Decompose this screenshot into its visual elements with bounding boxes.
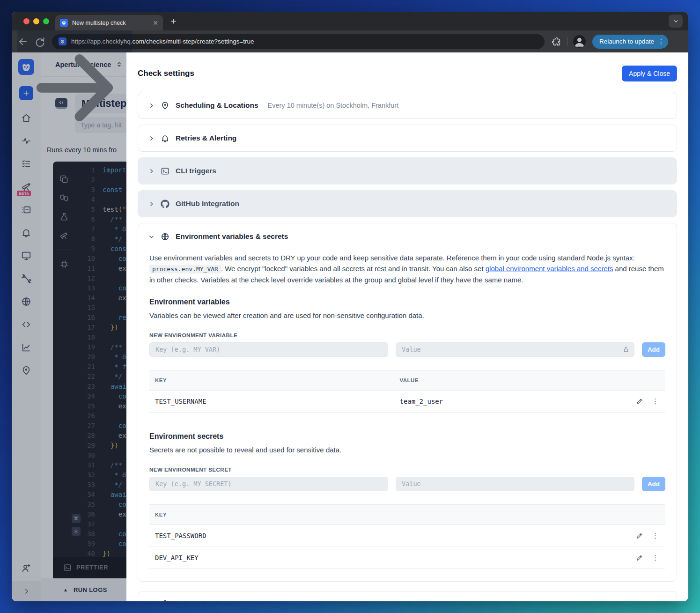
close-window-button[interactable] [23,18,29,24]
chevron-right-icon [148,201,155,207]
column-header-value: VALUE [399,377,419,383]
bell-icon [161,134,169,143]
chevron-down-icon [148,234,155,240]
section-scheduling-locations[interactable]: Scheduling & Locations Every 10 minute(s… [138,92,677,119]
section-title: CLI triggers [176,167,216,175]
new-env-variable-label: NEW ENVIRONMENT VARIABLE [149,332,665,338]
chevron-right-icon [148,103,155,109]
section-github-integration[interactable]: GitHub Integration [138,190,677,217]
code-chip: process.env.MY_VAR [149,265,221,273]
chevron-right-icon [148,168,155,174]
env-secrets-subtext: Secrets are not possible to reveal and u… [149,446,665,454]
delete-check-label: Delete check [176,599,220,601]
maximize-window-button[interactable] [43,18,49,24]
secret-key: DEV_API_KEY [149,554,399,561]
relaunch-label: Relaunch to update [599,38,654,45]
forward-button[interactable] [17,30,132,52]
add-variable-button[interactable]: Add [642,342,665,357]
new-env-secret-label: NEW ENVIRONMENT SECRET [149,467,665,473]
profile-avatar[interactable] [573,35,586,48]
tab-title: New multistep check [72,20,148,26]
section-env-variables: Environment variables & secrets Use envi… [138,223,677,582]
table-row: DEV_API_KEY ⋮ [149,547,665,569]
variables-rows: TEST_USERNAME team_2_user ⋮ [149,391,665,413]
window-controls [23,18,49,24]
lock-open-icon[interactable] [622,346,630,353]
env-desc-text: Use environment variables and secrets to… [149,254,635,262]
browser-menu-icon[interactable]: ⋮ [658,38,664,45]
secrets-rows: TEST_PASSWORD ⋮ [149,525,665,569]
table-row: TEST_USERNAME team_2_user ⋮ [149,391,665,413]
section-summary: Every 10 minute(s) on Stockholm, Frankfu… [268,102,399,109]
env-secrets-heading: Environment secrets [149,432,665,441]
env-desc-text: . We encrypt "locked" variables and all … [221,265,486,273]
secret-key-input[interactable] [149,477,388,491]
browser-window: New multistep check ✕ https://app.checkl… [12,12,688,601]
browser-tab[interactable]: New multistep check ✕ [55,15,163,30]
location-pin-icon [161,101,169,110]
tab-strip: New multistep check ✕ [12,12,688,30]
column-header-key: KEY [149,377,399,383]
table-row: TEST_PASSWORD ⋮ [149,525,665,547]
trash-icon [161,599,169,601]
github-icon [161,199,169,208]
env-variables-heading: Environment variables [149,298,665,306]
variable-key-input[interactable] [149,342,388,357]
edit-pencil-icon[interactable] [636,398,643,405]
globe-icon [161,232,169,241]
page-title: Check settings [138,69,194,78]
add-secret-button[interactable]: Add [642,477,665,491]
extensions-icon[interactable] [551,37,561,47]
toolbar-divider [567,37,567,46]
tab-search-button[interactable] [669,15,683,28]
chevron-right-icon [148,135,155,141]
variable-value: team_2_user [399,398,636,405]
new-tab-button[interactable] [169,17,177,25]
minimize-window-button[interactable] [33,18,39,24]
tab-close-icon[interactable]: ✕ [153,20,158,26]
app-content: BETA [12,52,688,601]
section-title: GitHub Integration [176,199,239,208]
secrets-table: KEY TEST_PASSWORD [149,504,665,569]
variable-value-input[interactable] [396,342,634,357]
env-description: Use environment variables and secrets to… [149,252,665,285]
secret-value-input[interactable] [396,477,634,491]
chevron-right-icon [148,600,155,601]
column-header-key: KEY [149,512,399,517]
edit-pencil-icon[interactable] [636,532,643,539]
section-title: Scheduling & Locations [176,101,258,110]
secret-key: TEST_PASSWORD [149,532,399,539]
section-cli-triggers[interactable]: CLI triggers [138,157,677,185]
checkly-favicon [60,19,68,27]
browser-toolbar: https://app.checklyhq.com/checks/multi-s… [12,30,688,52]
cli-terminal-icon [161,167,169,176]
row-menu-icon[interactable]: ⋮ [652,532,659,539]
section-title: Retries & Alerting [176,134,236,142]
row-menu-icon[interactable]: ⋮ [652,398,659,405]
modal-dim-overlay [12,52,126,601]
global-env-vars-link[interactable]: global environment variables and secrets [486,265,613,273]
variables-table: KEY VALUE TEST_USERNAME team_2_user [149,370,665,413]
env-variables-subtext: Variables can be viewed after creation a… [149,311,665,319]
edit-pencil-icon[interactable] [636,554,643,561]
apply-close-button[interactable]: Apply & Close [622,66,677,81]
variable-key: TEST_USERNAME [149,398,399,405]
relaunch-to-update-button[interactable]: Relaunch to update ⋮ [592,35,668,49]
section-title: Environment variables & secrets [176,232,288,241]
row-menu-icon[interactable]: ⋮ [652,554,659,561]
section-delete-check[interactable]: Delete check [138,591,677,601]
check-settings-panel: Check settings Apply & Close Scheduling … [126,52,688,601]
section-env-header[interactable]: Environment variables & secrets [138,223,677,250]
section-retries-alerting[interactable]: Retries & Alerting [138,125,677,152]
